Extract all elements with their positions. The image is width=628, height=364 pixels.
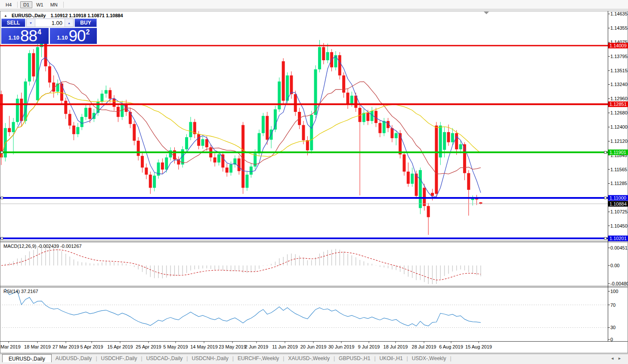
svg-text:0: 0 — [610, 337, 613, 342]
tab-ukoil-h1[interactable]: UKOil-,H1 — [376, 354, 407, 363]
tab-xauusd-weekly[interactable]: XAUUSD-,Weekly — [284, 354, 333, 363]
tab-usdx-weekly[interactable]: USDX-,Weekly — [408, 354, 450, 363]
ask-pip-digit: 2 — [86, 28, 90, 36]
symbol-title: EURUSD-,Daily — [12, 13, 46, 18]
svg-text:27 Mar 2019: 27 Mar 2019 — [53, 344, 79, 349]
tab-scroll-right-icon[interactable]: ► — [618, 356, 625, 361]
svg-text:70: 70 — [610, 302, 616, 308]
bid-prefix: 1.10 — [9, 34, 19, 41]
svg-text:1.10725: 1.10725 — [610, 209, 628, 214]
bid-big-digits: 88 — [20, 29, 37, 43]
svg-text:100: 100 — [610, 289, 618, 294]
toolbar-separator — [63, 2, 64, 8]
tab-usdchf-daily[interactable]: USDCHF-,Daily — [97, 354, 141, 363]
tab-eurchf-weekly[interactable]: EURCHF-,Weekly — [234, 354, 283, 363]
svg-text:1.10201: 1.10201 — [609, 236, 627, 241]
svg-text:30: 30 — [610, 325, 616, 330]
svg-text:1.12400: 1.12400 — [610, 124, 628, 130]
collapse-panel-icon[interactable]: ▲ — [4, 14, 7, 18]
svg-text:1.10450: 1.10450 — [610, 223, 628, 228]
tab-usdcad-daily[interactable]: USDCAD-,Daily — [142, 354, 187, 363]
ask-price-button[interactable]: 1.10 90 2 — [50, 28, 97, 44]
timeframe-button-d1[interactable]: D1 — [20, 1, 32, 8]
svg-text:5 May 2019: 5 May 2019 — [163, 344, 188, 349]
svg-text:1.11000: 1.11000 — [609, 195, 626, 201]
svg-text:15 Aug 2019: 15 Aug 2019 — [465, 344, 492, 349]
trading-terminal: { "toolbar": { "timeframes": ["H4", "D1"… — [0, 0, 628, 364]
svg-text:2 Jun 2019: 2 Jun 2019 — [245, 344, 268, 349]
svg-text:1.14635: 1.14635 — [610, 11, 628, 16]
bid-price-button[interactable]: 1.10 88 4 — [1, 28, 49, 44]
volume-spinbox: ▼ 1.00 ▲ — [26, 19, 74, 27]
price-line-handle[interactable] — [604, 151, 606, 154]
svg-text:1.13795: 1.13795 — [610, 54, 628, 59]
svg-text:5 Apr 2019: 5 Apr 2019 — [80, 344, 103, 349]
ask-big-digits: 90 — [68, 29, 85, 43]
price-line-handle[interactable] — [604, 197, 606, 199]
statusbar-strip — [0, 362, 628, 364]
rsi-label: RSI(14) 37.2167 — [3, 289, 38, 294]
macd-label: MACD(12,26,9) -0.002439 -0.001267 — [3, 244, 82, 249]
svg-text:8 Mar 2019: 8 Mar 2019 — [0, 344, 21, 349]
svg-text:1.12960: 1.12960 — [610, 96, 628, 101]
svg-text:1.13515: 1.13515 — [610, 68, 628, 73]
tab-scroll-arrows: ◄► — [610, 356, 625, 361]
timeframe-button-mn[interactable]: MN — [47, 1, 61, 8]
buy-button[interactable]: BUY — [74, 19, 97, 27]
ask-prefix: 1.10 — [57, 34, 68, 41]
bid-pip-digit: 4 — [37, 28, 41, 36]
volume-input[interactable]: 1.00 — [35, 19, 65, 27]
price-line-handle[interactable] — [1, 197, 3, 199]
tab-scroll-left-icon[interactable]: ◄ — [610, 356, 618, 361]
svg-text:1.14355: 1.14355 — [610, 25, 628, 31]
svg-text:0.00: 0.00 — [610, 263, 619, 268]
svg-text:6 Aug 2019: 6 Aug 2019 — [439, 344, 463, 349]
symbol-tabbar: EURUSD-,DailyAUDUSD-,Daily|USDCHF-,Daily… — [0, 354, 628, 363]
sell-button[interactable]: SELL — [1, 19, 25, 27]
svg-text:1.14009: 1.14009 — [609, 43, 627, 48]
chart-canvas[interactable]: 1.146351.143551.140751.137951.135151.132… — [0, 0, 628, 364]
timeframe-button-h4[interactable]: H4 — [3, 1, 15, 8]
tab-usdcnh-daily[interactable]: USDCNH-,Daily — [188, 354, 232, 363]
tab-audusd-daily[interactable]: AUDUSD-,Daily — [52, 354, 96, 363]
svg-text:25 Apr 2019: 25 Apr 2019 — [136, 344, 161, 349]
svg-text:9 Jul 2019: 9 Jul 2019 — [358, 344, 380, 349]
svg-text:1.12851: 1.12851 — [609, 102, 627, 107]
tab-separator: | — [450, 354, 452, 363]
tab-eurusd-daily[interactable]: EURUSD-,Daily — [2, 354, 52, 363]
symbol-info: ▲ EURUSD-,Daily 1.10912 1.10918 1.10871 … — [4, 13, 123, 18]
timeframe-toolbar: H4 D1 W1 MN — [0, 0, 628, 9]
tab-gbpusd-h1[interactable]: GBPUSD-,H1 — [335, 354, 374, 363]
toolbar-separator — [17, 2, 18, 8]
svg-text:18 Mar 2019: 18 Mar 2019 — [24, 344, 51, 349]
svg-text:20 Jun 2019: 20 Jun 2019 — [300, 344, 327, 349]
svg-text:28 Jul 2019: 28 Jul 2019 — [412, 344, 436, 349]
svg-text:-0.004806: -0.004806 — [610, 281, 628, 286]
svg-text:1.12120: 1.12120 — [610, 139, 628, 144]
svg-text:1.12680: 1.12680 — [610, 110, 628, 115]
volume-decrease-icon[interactable]: ▼ — [27, 19, 35, 27]
svg-text:1.11565: 1.11565 — [610, 167, 627, 172]
price-line-handle[interactable] — [604, 237, 606, 239]
svg-text:11 Jun 2019: 11 Jun 2019 — [272, 344, 298, 349]
price-line-handle[interactable] — [1, 151, 3, 154]
svg-text:1.13240: 1.13240 — [610, 82, 628, 87]
svg-text:18 Jul 2019: 18 Jul 2019 — [384, 344, 408, 349]
svg-text:1.11901: 1.11901 — [609, 150, 626, 155]
svg-text:23 May 2019: 23 May 2019 — [219, 344, 246, 349]
volume-increase-icon[interactable]: ▲ — [65, 19, 73, 27]
symbol-ohlc-values: 1.10912 1.10918 1.10871 1.10884 — [51, 13, 123, 18]
price-line-handle[interactable] — [1, 237, 3, 239]
svg-text:15 Apr 2019: 15 Apr 2019 — [107, 344, 133, 349]
one-click-trade-panel: SELL ▼ 1.00 ▲ BUY 1.10 88 4 1.10 90 2 — [1, 19, 97, 44]
svg-text:1.11285: 1.11285 — [610, 181, 627, 186]
svg-text:1.10884: 1.10884 — [609, 201, 627, 207]
svg-text:14 May 2019: 14 May 2019 — [190, 344, 218, 349]
timeframe-button-w1[interactable]: W1 — [33, 1, 46, 8]
svg-text:0.004517: 0.004517 — [610, 245, 628, 250]
svg-text:30 Jun 2019: 30 Jun 2019 — [328, 344, 355, 349]
